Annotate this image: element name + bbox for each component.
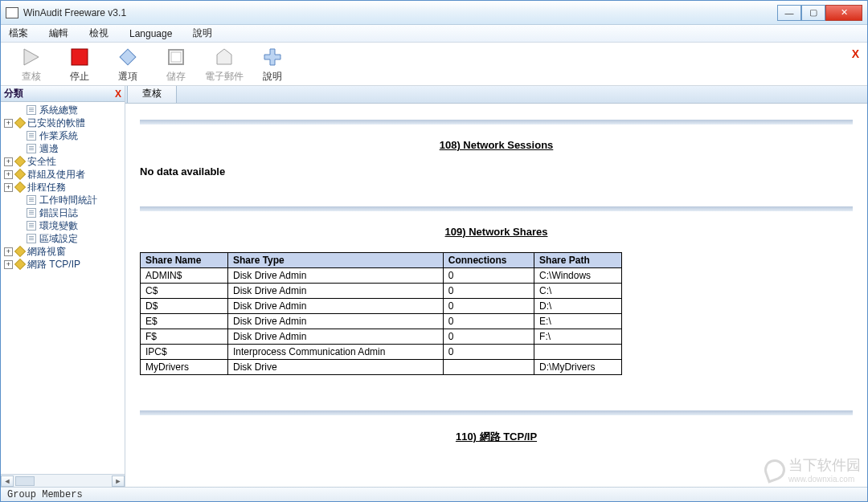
tree-item[interactable]: 錯誤日誌 [2, 206, 125, 219]
sidebar: 分類 X 系統總覽+已安裝的軟體作業系統週邊+安全性+群組及使用者+排程任務工作… [1, 86, 125, 487]
maximize-button[interactable]: ▢ [801, 5, 825, 21]
section-109-title: 109) Network Shares [140, 226, 853, 238]
tree-item[interactable]: 區域設定 [2, 232, 125, 245]
twist-spacer [14, 106, 23, 115]
table-cell: Interprocess Communication Admin [227, 345, 443, 360]
menu-view[interactable]: 檢視 [89, 27, 108, 40]
tree-item[interactable]: 環境變數 [2, 219, 125, 232]
tree-item[interactable]: 工作時間統計 [2, 194, 125, 206]
no-data-label: No data available [140, 165, 853, 178]
content-area[interactable]: 108) Network Sessions No data available … [125, 104, 867, 487]
sidebar-hscroll[interactable]: ◄ ► [1, 474, 125, 487]
tree-item-label: 區域設定 [39, 232, 78, 246]
page-icon [27, 105, 36, 115]
minimize-button[interactable]: — [777, 5, 801, 21]
tool-help-label: 說明 [263, 70, 282, 84]
plus-icon [261, 46, 284, 68]
scroll-thumb[interactable] [15, 476, 35, 486]
tool-audit[interactable]: 查核 [7, 46, 55, 84]
tool-save[interactable]: 儲存 [152, 46, 200, 84]
tree-item-label: 錯誤日誌 [39, 206, 78, 220]
close-button[interactable]: ✕ [825, 5, 862, 21]
tree[interactable]: 系統總覽+已安裝的軟體作業系統週邊+安全性+群組及使用者+排程任務工作時間統計錯… [1, 102, 125, 474]
table-row[interactable]: F$Disk Drive Admin0F:\ [141, 329, 622, 345]
svg-rect-4 [171, 52, 181, 62]
mail-icon [213, 46, 235, 68]
table-cell: 0 [443, 299, 534, 314]
table-cell: IPC$ [141, 345, 228, 360]
menubar: 檔案 編輯 檢視 Language 說明 [1, 25, 867, 43]
menu-file[interactable]: 檔案 [9, 27, 28, 40]
save-icon [165, 46, 187, 68]
separator [140, 410, 853, 415]
menu-language[interactable]: Language [129, 28, 172, 39]
expand-icon[interactable]: + [4, 119, 13, 128]
table-row[interactable]: IPC$Interprocess Communication Admin0 [141, 345, 622, 360]
tree-item-label: 環境變數 [39, 219, 78, 233]
tabstrip: 查核 [125, 86, 867, 104]
tool-stop[interactable]: 停止 [55, 46, 104, 84]
tree-item[interactable]: 週邊 [2, 142, 125, 155]
expand-icon[interactable]: + [4, 157, 13, 166]
tree-item[interactable]: +網路視窗 [2, 245, 125, 258]
table-cell: E$ [141, 314, 228, 329]
expand-icon[interactable]: + [4, 260, 13, 269]
tab-audit[interactable]: 查核 [127, 84, 177, 103]
table-cell: Disk Drive Admin [227, 314, 443, 329]
tree-item[interactable]: 系統總覽 [2, 104, 125, 116]
tool-email-label: 電子郵件 [205, 70, 244, 84]
twist-spacer [14, 209, 23, 218]
page-icon [27, 195, 36, 205]
section-110-title: 110) 網路 TCP/IP [140, 430, 853, 444]
table-cell: 0 [443, 329, 534, 345]
tool-help[interactable]: 說明 [248, 46, 297, 84]
tree-item-label: 安全性 [27, 155, 56, 169]
table-row[interactable]: E$Disk Drive Admin0E:\ [141, 314, 622, 329]
tree-item-label: 系統總覽 [39, 104, 78, 117]
page-icon [27, 208, 36, 218]
expand-icon[interactable]: + [4, 247, 13, 256]
tree-item-label: 工作時間統計 [39, 194, 97, 207]
window-title: WinAudit Freeware v3.1 [23, 7, 777, 18]
table-cell: 0 [443, 284, 534, 299]
scroll-right-icon[interactable]: ► [112, 475, 125, 487]
svg-marker-0 [24, 49, 39, 65]
table-row[interactable]: MyDriversDisk DriveD:\MyDrivers [141, 360, 622, 375]
expand-icon[interactable]: + [4, 183, 13, 192]
menu-help[interactable]: 說明 [193, 27, 212, 40]
section-108-title: 108) Network Sessions [140, 139, 853, 151]
table-header: Share Type [227, 253, 443, 268]
expand-icon[interactable]: + [4, 170, 13, 179]
twist-spacer [14, 196, 23, 205]
tool-stop-label: 停止 [70, 70, 89, 84]
twist-spacer [14, 145, 23, 153]
tree-item[interactable]: +已安裝的軟體 [2, 116, 125, 129]
toolbar-close-icon[interactable]: X [852, 47, 859, 60]
tree-item[interactable]: +安全性 [2, 155, 125, 168]
table-header: Connections [443, 253, 534, 268]
sidebar-title: 分類 [4, 87, 23, 100]
tool-options[interactable]: 選項 [104, 46, 152, 84]
svg-rect-1 [72, 49, 88, 65]
tool-email[interactable]: 電子郵件 [200, 46, 248, 84]
table-cell: Disk Drive Admin [227, 284, 443, 299]
play-icon [20, 46, 43, 68]
menu-edit[interactable]: 編輯 [49, 27, 68, 40]
separator [140, 120, 853, 124]
tree-item-label: 週邊 [39, 142, 59, 156]
sidebar-close-icon[interactable]: X [115, 88, 121, 100]
scroll-left-icon[interactable]: ◄ [1, 475, 14, 487]
table-row[interactable]: C$Disk Drive Admin0C:\ [141, 284, 622, 299]
table-row[interactable]: D$Disk Drive Admin0D:\ [141, 299, 622, 314]
tree-item[interactable]: +群組及使用者 [2, 168, 125, 181]
tree-item[interactable]: +排程任務 [2, 181, 125, 194]
table-cell: Disk Drive Admin [227, 268, 443, 284]
tree-item[interactable]: 作業系統 [2, 129, 125, 142]
table-cell: Disk Drive Admin [227, 329, 443, 345]
folder-diamond-icon [14, 169, 26, 180]
table-row[interactable]: ADMIN$Disk Drive Admin0C:\Windows [141, 268, 622, 284]
tree-item-label: 網路視窗 [27, 245, 66, 259]
tree-item[interactable]: +網路 TCP/IP [2, 258, 125, 271]
folder-diamond-icon [14, 259, 26, 270]
table-header: Share Path [534, 253, 622, 268]
